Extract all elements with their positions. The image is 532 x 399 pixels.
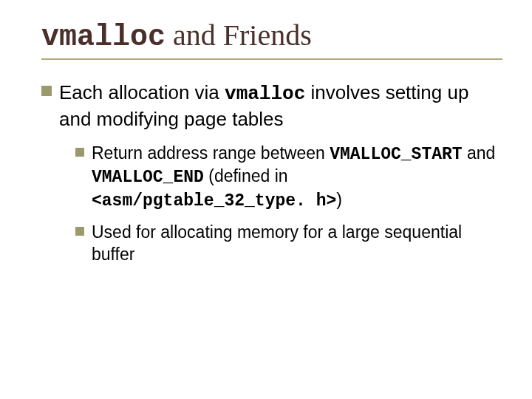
bullet-level2: Used for allocating memory for a large s… xyxy=(75,222,502,266)
code-fragment: vmalloc xyxy=(225,83,305,105)
code-fragment: VMALLOC_START xyxy=(330,145,462,164)
slide-title: vmalloc and Friends xyxy=(41,18,502,54)
bullet-level2: Return address range between VMALLOC_STA… xyxy=(75,143,502,214)
bullet-level1: Each allocation via vmalloc involves set… xyxy=(41,81,502,132)
title-underline xyxy=(41,58,502,60)
square-bullet-icon xyxy=(75,227,84,236)
text-fragment: ) xyxy=(336,190,342,209)
text-fragment: Return address range between xyxy=(92,143,330,163)
square-bullet-icon xyxy=(41,86,52,96)
text-fragment: Each allocation via xyxy=(59,81,225,103)
bullet-text: Used for allocating memory for a large s… xyxy=(92,222,497,266)
text-fragment: and xyxy=(463,143,496,163)
slide: vmalloc and Friends Each allocation via … xyxy=(0,0,532,399)
title-rest: and Friends xyxy=(166,18,312,52)
bullet-text: Return address range between VMALLOC_STA… xyxy=(92,143,497,214)
text-fragment: (defined in xyxy=(204,166,288,185)
code-fragment: VMALLOC_END xyxy=(92,168,204,187)
title-code: vmalloc xyxy=(41,21,166,54)
bullet-text: Each allocation via vmalloc involves set… xyxy=(59,81,497,132)
code-fragment: <asm/pgtable_32_type. h> xyxy=(92,191,336,211)
square-bullet-icon xyxy=(75,148,84,157)
